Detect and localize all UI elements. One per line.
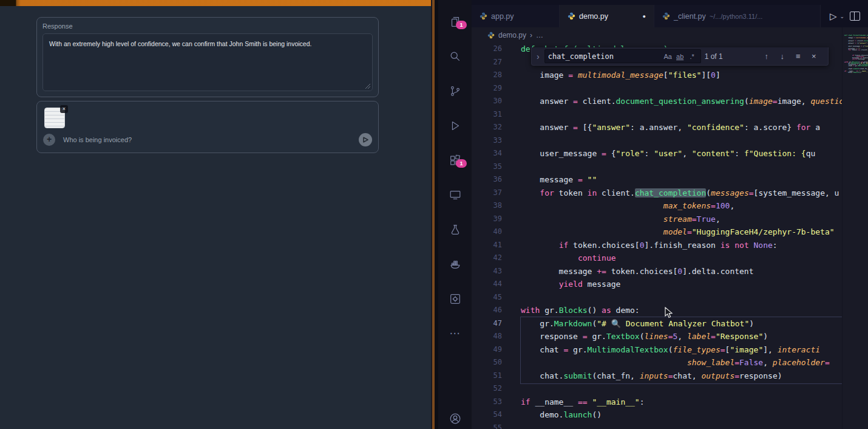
breadcrumb-file[interactable]: demo.py [498,31,526,39]
line-number[interactable]: 47 [472,317,502,331]
modified-dot-icon[interactable]: ● [643,13,646,19]
code-line[interactable]: 53if __name__ == "__main__": [472,396,843,409]
line-number[interactable]: 44 [472,278,502,291]
line-number[interactable]: 45 [472,291,502,304]
activity-source-control[interactable] [438,74,472,108]
send-button[interactable] [359,133,372,146]
line-number[interactable]: 52 [472,382,502,396]
breadcrumb[interactable]: demo.py › … [472,27,843,43]
window-divider[interactable] [431,0,438,429]
line-number[interactable]: 27 [472,56,502,69]
find-input[interactable]: chat_completion Aa ab .* [544,49,701,63]
code-line[interactable]: 35 [472,160,843,174]
line-number[interactable]: 37 [472,187,502,200]
line-number[interactable]: 34 [472,147,502,160]
line-number[interactable]: 39 [472,213,502,226]
activity-run-debug[interactable] [438,108,472,143]
split-editor-button[interactable] [850,12,860,21]
activity-account[interactable] [438,401,472,429]
activity-testing[interactable] [438,212,472,247]
code-line[interactable]: 29 [472,82,843,95]
vscode-window: 1 1 ⋯ [438,0,868,429]
code-line[interactable]: 33 [472,134,843,148]
line-number[interactable]: 55 [472,422,502,429]
whole-word-toggle[interactable]: ab [675,53,685,60]
code-line[interactable]: 51 chat.submit(chat_fn, inputs=chat, out… [472,369,843,383]
code-line[interactable]: 28 image = multimodal_message["files"][0… [472,69,843,82]
line-number[interactable]: 53 [472,396,502,409]
remove-image-button[interactable]: × [60,105,68,113]
code-line[interactable]: 55 [472,422,843,429]
activity-tools[interactable] [438,281,472,316]
line-number[interactable]: 50 [472,356,502,369]
code-line[interactable]: 39 stream=True, [472,213,843,226]
line-number[interactable]: 35 [472,160,502,174]
code-editor[interactable]: 26def chat_fn(multimodal_message):2728 i… [472,43,843,429]
code-line[interactable]: 38 max_tokens=100, [472,199,843,213]
breadcrumb-more[interactable]: … [536,31,543,39]
chat-text-input[interactable]: Who is being invoiced? [63,136,132,143]
code-line[interactable]: 52 [472,382,843,396]
regex-toggle[interactable]: .* [687,53,697,60]
tab-app-py[interactable]: app.py [472,5,560,27]
code-line[interactable]: 41 if token.choices[0].finish_reason is … [472,239,843,252]
line-number[interactable]: 49 [472,343,502,357]
line-number[interactable]: 48 [472,330,502,343]
tab-demo-py[interactable]: demo.py ● [560,5,654,27]
line-number[interactable]: 51 [472,369,502,383]
line-number[interactable]: 26 [472,43,502,56]
code-line[interactable]: 50 show_label=False, placeholder= [472,356,843,369]
code-line[interactable]: 44 yield message [472,278,843,291]
line-number[interactable]: 32 [472,121,502,134]
resize-handle-icon[interactable] [365,83,371,89]
line-number[interactable]: 54 [472,408,502,422]
find-in-selection-button[interactable]: ≡ [792,52,804,61]
code-line[interactable]: 36 message = "" [472,173,843,187]
tab-client-py[interactable]: _client.py ~/.../python3.11/... [654,5,821,27]
code-line[interactable]: 47 gr.Markdown("# 🔍 Document Analyzer Ch… [472,317,843,331]
code-line[interactable]: 45 [472,291,843,304]
code-line[interactable]: 32 answer = [{"answer": a.answer, "confi… [472,121,843,134]
line-number[interactable]: 30 [472,95,502,108]
minimap[interactable]: def chat_fn(multimodal_message): image =… [842,27,868,429]
line-number[interactable]: 46 [472,304,502,317]
code-line[interactable]: 46with gr.Blocks() as demo: [472,304,843,317]
line-number[interactable]: 31 [472,108,502,122]
code-line[interactable]: 49 chat = gr.MultimodalTextbox(file_type… [472,343,843,357]
line-number[interactable]: 29 [472,82,502,95]
activity-remote-explorer[interactable] [438,177,472,212]
code-line[interactable]: 54 demo.launch() [472,408,843,422]
line-number[interactable]: 43 [472,265,502,278]
line-number[interactable]: 36 [472,173,502,187]
code-line[interactable]: 43 message += token.choices[0].delta.con… [472,265,843,278]
line-number[interactable]: 38 [472,199,502,213]
code-line[interactable]: 48 response = gr.Textbox(lines=5, label=… [472,330,843,343]
find-query-text[interactable]: chat_completion [548,52,661,61]
line-number[interactable]: 40 [472,225,502,239]
response-textarea[interactable]: With an extremely high level of confiden… [42,33,373,91]
run-file-button[interactable]: ▷ [830,11,837,22]
gear-box-icon [449,292,462,306]
match-case-toggle[interactable]: Aa [663,53,673,60]
code-line[interactable]: 42 continue [472,252,843,265]
code-line[interactable]: 31 [472,108,843,122]
code-line[interactable]: 40 model="HuggingFaceH4/zephyr-7b-beta" [472,225,843,239]
find-collapse-chevron[interactable]: › [537,52,540,61]
line-number[interactable]: 41 [472,239,502,252]
activity-docker[interactable] [438,247,472,281]
attach-file-button[interactable]: + [43,134,55,146]
code-line[interactable]: 34 user_message = {"role": "user", "cont… [472,147,843,160]
activity-explorer[interactable]: 1 [438,4,472,39]
prev-match-button[interactable]: ↑ [761,52,773,61]
code-line[interactable]: 37 for token in client.chat_completion(m… [472,187,843,200]
line-number[interactable]: 28 [472,69,502,82]
code-line[interactable]: 30 answer = client.document_question_ans… [472,95,843,108]
activity-extensions[interactable]: 1 [438,143,472,177]
line-number[interactable]: 33 [472,134,502,148]
next-match-button[interactable]: ↓ [776,52,788,61]
activity-more[interactable]: ⋯ [438,316,472,351]
line-number[interactable]: 42 [472,252,502,265]
activity-search[interactable] [438,39,472,74]
run-dropdown-chevron[interactable]: ⌄ [839,13,844,19]
close-find-button[interactable]: × [808,52,820,61]
